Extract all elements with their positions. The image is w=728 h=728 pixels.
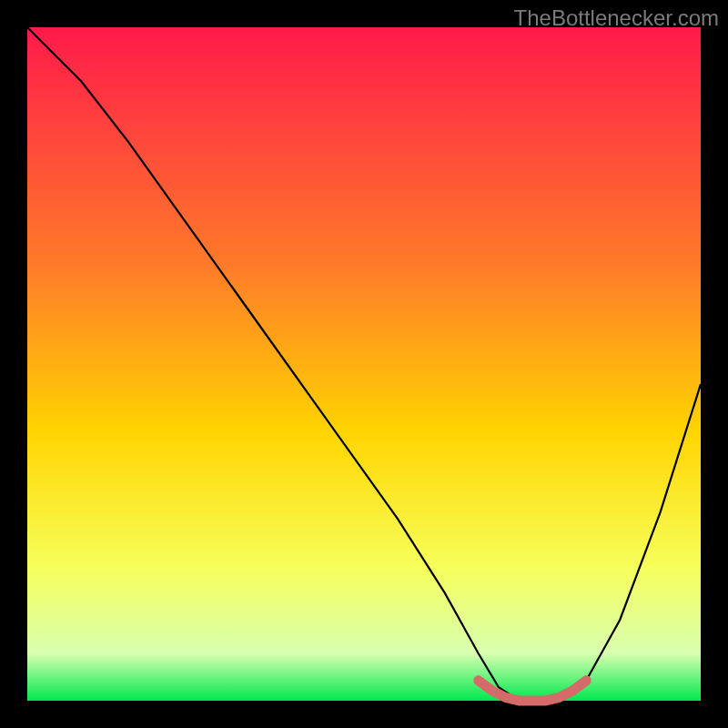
bottleneck-chart [0,0,728,728]
watermark-text: TheBottlenecker.com [514,5,719,31]
gradient-background [27,27,701,701]
chart-container: TheBottlenecker.com [0,0,728,728]
